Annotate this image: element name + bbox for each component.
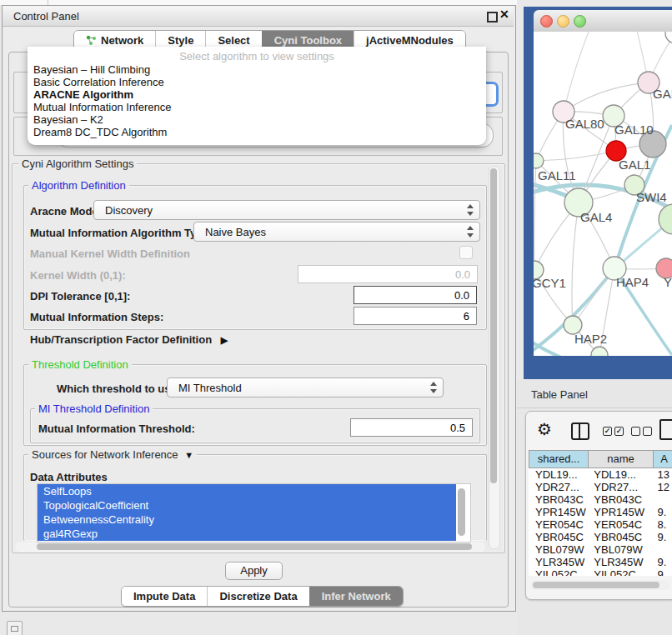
tab-label: jActiveMNodules <box>366 34 454 47</box>
table-cell: 9. <box>650 531 672 543</box>
table-row[interactable]: YIL052CYIL052C9 <box>529 568 672 576</box>
attributes-list-scrollbar[interactable] <box>458 488 465 536</box>
table-row[interactable]: YLR345WYLR345W9. <box>529 556 672 568</box>
network-node[interactable] <box>591 347 608 356</box>
select-all-checkbox-icon[interactable]: ✓ <box>603 427 612 436</box>
tab-label: Infer Network <box>322 590 391 602</box>
cyni-bottom-tabbar: Impute DataDiscretize DataInfer Network <box>121 586 404 607</box>
tab-label: Network <box>101 34 143 47</box>
column-header[interactable]: shared... <box>529 450 589 468</box>
table-cell: YLR345W <box>529 556 587 568</box>
table-horizontal-scrollbar[interactable] <box>530 580 670 590</box>
which-threshold-combobox[interactable]: MI Threshold <box>167 378 444 398</box>
bottom-tab-discretize-data[interactable]: Discretize Data <box>207 587 308 606</box>
algorithm-dropdown: Select algorithm to view settings Bayesi… <box>28 47 486 145</box>
algorithm-option[interactable]: Mutual Information Inference <box>33 101 480 113</box>
select-all-checkbox-icon[interactable]: ✓ <box>614 427 624 436</box>
sources-legend[interactable]: Sources for Network Inference ▼ <box>28 448 197 461</box>
table-row[interactable]: YDR27...YDR27...12 <box>529 481 672 493</box>
table-row[interactable]: YDL19...YDL19...13 <box>529 468 672 481</box>
attribute-item-selected[interactable]: gal4RGexp <box>38 527 456 541</box>
zoom-traffic-icon[interactable] <box>574 15 586 28</box>
mi-threshold-field[interactable]: 0.5 <box>350 418 473 437</box>
network-canvas[interactable]: GALGAL80GAL10GAL1GAL11SWI4GAL4HAP4YGCY1H… <box>534 32 672 356</box>
table-cell: 9 <box>650 568 672 576</box>
table-row[interactable]: YBL079WYBL079W <box>529 543 672 556</box>
table-cell: 9. <box>650 556 672 568</box>
network-graph-icon <box>86 35 97 46</box>
network-edge[interactable] <box>572 202 579 325</box>
table-cell: YDL19... <box>529 468 587 481</box>
minimize-traffic-icon[interactable] <box>557 15 569 28</box>
settings-horizontal-scrollbar[interactable] <box>15 542 485 552</box>
mi-algorithm-type-combobox[interactable]: Naive Bayes <box>193 222 480 242</box>
algorithm-option[interactable]: Dream8 DC_TDC Algorithm <box>33 126 480 138</box>
algorithm-option[interactable]: Basic Correlation Inference <box>33 76 480 88</box>
export-table-icon[interactable] <box>659 419 672 440</box>
bottom-tab-infer-network[interactable]: Infer Network <box>309 587 403 606</box>
apply-button[interactable]: Apply <box>225 562 283 580</box>
column-header[interactable]: name <box>589 450 654 468</box>
close-icon[interactable]: ✕ <box>499 8 509 21</box>
mi-threshold-definition-legend: MI Threshold Definition <box>35 402 153 415</box>
table-cell: YPR145W <box>529 506 587 518</box>
node-label: GAL1 <box>619 158 650 172</box>
table-cell: YIL052C <box>529 568 587 576</box>
table-body: YDL19...YDL19...13YDR27...YDR27...12YBR0… <box>529 468 672 576</box>
aracne-mode-combobox[interactable]: Discovery <box>93 200 480 220</box>
algorithm-option[interactable]: Bayesian – K2 <box>33 113 480 126</box>
attribute-item-selected[interactable]: TopologicalCoefficient <box>38 498 456 512</box>
spinner-arrows-icon <box>467 204 474 216</box>
network-node-gal11[interactable] <box>534 153 544 168</box>
table-row[interactable]: YPR145WYPR145W9. <box>529 506 672 518</box>
node-label: SWI4 <box>636 190 667 204</box>
table-cell: YBR043C <box>529 493 587 506</box>
table-row[interactable]: YBR043CYBR043C <box>529 493 672 506</box>
restore-panel-icon[interactable] <box>7 621 23 635</box>
data-attributes-list[interactable]: SelfLoopsTopologicalCoefficientBetweenne… <box>37 483 471 542</box>
algorithm-option[interactable]: ARACNE Algorithm <box>33 88 480 101</box>
bottom-tab-impute-data[interactable]: Impute Data <box>122 587 207 606</box>
table-cell: YBR045C <box>529 531 587 543</box>
close-traffic-icon[interactable] <box>540 15 553 28</box>
cyni-algorithm-settings-legend: Cyni Algorithm Settings <box>18 158 137 170</box>
table-row[interactable]: YER054CYER054C8. <box>529 518 672 531</box>
float-window-icon[interactable] <box>487 12 498 22</box>
screenshot-root: Control Panel ✕ galFiltered.sif default … <box>0 0 672 635</box>
network-node[interactable] <box>665 32 672 43</box>
chevron-down-icon: ▼ <box>184 450 193 460</box>
column-layout-icon[interactable] <box>571 422 589 440</box>
node-label: GAL4 <box>580 210 612 224</box>
gear-icon[interactable]: ⚙ <box>537 419 552 439</box>
hub-definition-toggle[interactable]: Hub/Transcription Factor Definition ▶ <box>30 333 228 346</box>
table-cell: 8. <box>650 518 672 531</box>
node-label: GAL11 <box>538 168 576 182</box>
table-cell: YDL19... <box>587 468 650 481</box>
algorithm-dropdown-placeholder: Select algorithm to view settings <box>28 50 486 62</box>
tab-label: Select <box>218 34 249 47</box>
attribute-item-selected[interactable]: SelfLoops <box>38 484 456 498</box>
attribute-item-selected[interactable]: BetweennessCentrality <box>38 512 456 527</box>
manual-kernel-width-checkbox[interactable] <box>459 246 473 259</box>
deselect-all-checkbox-icon[interactable] <box>631 427 640 436</box>
deselect-all-checkbox-icon[interactable] <box>643 427 652 436</box>
table-row[interactable]: YBR045CYBR045C9. <box>529 531 672 543</box>
column-header[interactable]: A <box>654 450 672 468</box>
spinner-arrows-icon <box>430 382 437 393</box>
node-label: GAL <box>653 87 672 101</box>
tab-label: Cyni Toolbox <box>274 34 342 47</box>
table-cell: YIL052C <box>587 568 650 576</box>
settings-vertical-scrollbar[interactable] <box>489 166 500 549</box>
dpi-tolerance-field[interactable]: 0.0 <box>354 286 477 304</box>
network-window-titlebar[interactable] <box>534 10 672 32</box>
table-cell <box>650 543 672 556</box>
kernel-width-field[interactable]: 0.0 <box>298 265 478 283</box>
table-cell: YDR27... <box>587 481 650 493</box>
network-edge[interactable] <box>534 161 536 270</box>
aracne-mode-label: Aracne Mode: <box>30 205 102 218</box>
network-edge[interactable] <box>536 151 616 161</box>
algorithm-option[interactable]: Bayesian – Hill Climbing <box>33 63 480 76</box>
mi-steps-field[interactable]: 6 <box>354 307 477 325</box>
mi-steps-label: Mutual Information Steps: <box>30 311 163 323</box>
node-label: GAL10 <box>614 122 654 137</box>
